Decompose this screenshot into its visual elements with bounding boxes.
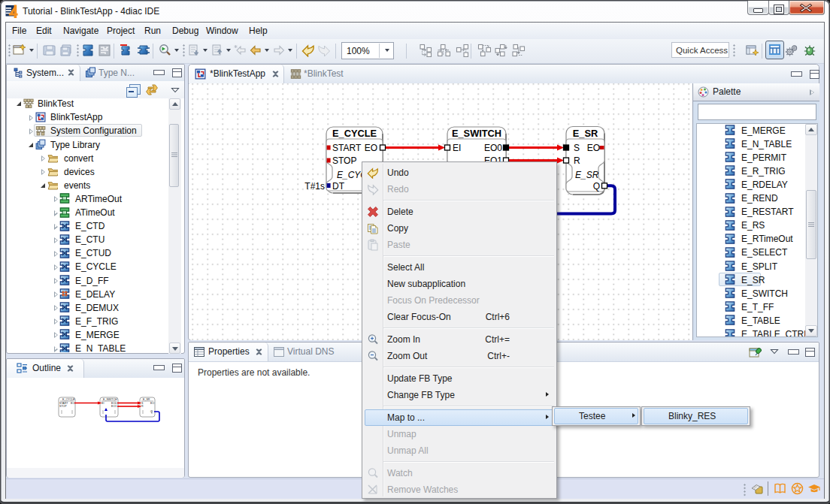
svg-text:E_SR: E_SR bbox=[575, 170, 599, 180]
svg-text:STOP: STOP bbox=[332, 155, 356, 166]
svg-text:R: R bbox=[141, 405, 144, 408]
svg-text:E_CYCLE: E_CYCLE bbox=[62, 398, 75, 401]
svg-text:EI: EI bbox=[101, 402, 104, 405]
svg-text:T#1s: T#1s bbox=[304, 181, 325, 192]
svg-text:E_CYCLE: E_CYCLE bbox=[332, 128, 377, 139]
svg-text:Q: Q bbox=[150, 410, 153, 413]
svg-text:START: START bbox=[332, 143, 362, 153]
svg-text:Q: Q bbox=[593, 181, 600, 192]
svg-text:DT: DT bbox=[332, 181, 345, 192]
svg-text:EO: EO bbox=[150, 402, 154, 405]
svg-text:EO: EO bbox=[587, 143, 600, 153]
svg-text:EO1: EO1 bbox=[111, 405, 117, 408]
svg-text:EI: EI bbox=[453, 143, 461, 153]
svg-text:E_SWITCH: E_SWITCH bbox=[452, 128, 501, 139]
svg-text:E_SWITCH: E_SWITCH bbox=[103, 398, 117, 401]
svg-text:R: R bbox=[574, 155, 580, 166]
svg-text:E_SR: E_SR bbox=[143, 398, 150, 401]
svg-text:STOP: STOP bbox=[59, 405, 67, 408]
svg-text:EO: EO bbox=[365, 143, 377, 153]
svg-text:S: S bbox=[574, 143, 580, 153]
svg-text:EO: EO bbox=[71, 402, 74, 405]
svg-text:EO0: EO0 bbox=[484, 143, 502, 153]
svg-text:E_SR: E_SR bbox=[573, 128, 598, 139]
